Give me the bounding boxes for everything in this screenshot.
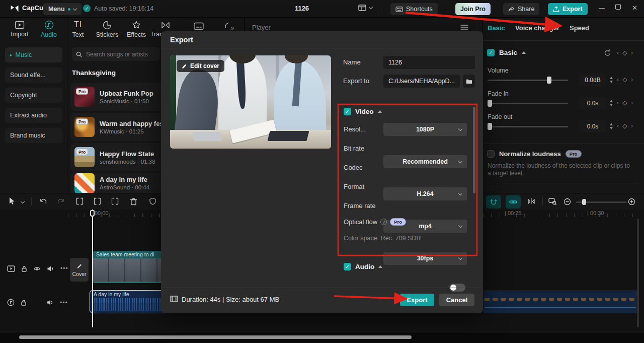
eye-icon[interactable]	[33, 266, 41, 271]
zoom-in-icon[interactable]	[628, 198, 635, 205]
delete-trash-icon[interactable]	[130, 197, 137, 205]
cover-button[interactable]: Cover	[70, 258, 89, 282]
volume-slider-thumb[interactable]	[547, 77, 551, 84]
audio-clip-segment[interactable]	[484, 291, 637, 313]
layout-switcher[interactable]	[358, 5, 372, 11]
sidebar-item-sound-effects[interactable]: Sound effe...	[5, 67, 62, 83]
mute-speaker-icon[interactable]	[47, 265, 54, 272]
zoom-out-icon[interactable]	[564, 198, 571, 205]
sidebar-item-copyright[interactable]: Copyright	[5, 88, 62, 103]
fade-out-slider[interactable]	[488, 126, 568, 127]
tab-basic[interactable]: Basic	[488, 24, 505, 32]
fade-in-stepper[interactable]	[608, 97, 614, 109]
fade-out-value[interactable]: 0.0s	[579, 120, 606, 132]
volume-value[interactable]: 0.0dB	[579, 74, 606, 86]
audio-checkbox[interactable]: ✓	[344, 263, 351, 270]
tab-speed[interactable]: Speed	[570, 24, 589, 32]
maximize-button[interactable]	[615, 4, 621, 10]
export-path-input[interactable]	[383, 75, 460, 88]
share-button[interactable]: Share	[503, 3, 539, 15]
mirror-icon[interactable]	[527, 198, 535, 205]
keyframe-controls[interactable]: ‹ ◇ ›	[617, 122, 634, 129]
link-clips-button[interactable]	[506, 195, 521, 209]
edit-cover-button[interactable]: Edit cover	[177, 60, 224, 72]
volume-slider[interactable]	[488, 80, 568, 81]
fade-in-slider[interactable]	[488, 103, 568, 104]
menu-button[interactable]: Menu	[43, 3, 82, 15]
tab-stickers[interactable]: Stickers	[93, 21, 122, 38]
lock-icon[interactable]	[21, 299, 27, 306]
fade-in-value[interactable]: 0.0s	[579, 97, 606, 109]
timeline-vscrollbar[interactable]	[637, 219, 639, 327]
export-confirm-button[interactable]: Export	[400, 294, 434, 306]
redo-icon[interactable]	[57, 197, 65, 205]
timeline-zoom-slider[interactable]	[576, 201, 626, 203]
fade-out-stepper[interactable]	[608, 120, 614, 132]
music-track-item[interactable]: Pro Upbeat Funk PopSonicMusic · 01:50	[70, 83, 171, 111]
tab-text[interactable]: TI Text	[63, 20, 93, 38]
sidebar-item-brand-music[interactable]: Brand music	[5, 128, 62, 143]
normalize-checkbox[interactable]: ✓	[487, 150, 495, 158]
basic-checkbox[interactable]: ✓	[487, 49, 495, 56]
export-button-top[interactable]: Export	[548, 3, 588, 15]
cover-calculator	[192, 132, 222, 141]
mute-speaker-icon[interactable]	[46, 299, 54, 306]
keyframe-controls[interactable]: ‹ ◇ ›	[617, 99, 634, 106]
filters-tab-icon[interactable]	[223, 22, 230, 30]
reset-icon[interactable]	[604, 49, 611, 56]
keyframe-controls[interactable]: ‹ ◇ ›	[617, 49, 634, 56]
resolution-select[interactable]: 1080P	[383, 123, 467, 136]
playhead-handle[interactable]	[90, 210, 95, 217]
track-more-icon[interactable]: •••	[60, 265, 68, 272]
captions-tab-icon[interactable]	[194, 22, 204, 30]
export-name-input[interactable]	[383, 56, 475, 69]
shield-ai-icon[interactable]	[149, 197, 156, 205]
zoom-slider-thumb[interactable]	[582, 199, 586, 205]
bitrate-select[interactable]: Recommended	[383, 155, 467, 168]
tab-audio[interactable]: Audio	[34, 20, 63, 38]
tab-voice-changer[interactable]: Voice changer	[515, 24, 559, 32]
close-button[interactable]: ✕	[632, 4, 637, 12]
info-icon[interactable]: ?	[380, 219, 387, 225]
magnet-snap-button[interactable]	[486, 195, 501, 209]
framerate-select[interactable]: 30fps	[383, 252, 467, 265]
more-tabs-chevrons[interactable]: »	[230, 24, 234, 32]
playhead-line[interactable]	[92, 210, 93, 327]
preview-frame-icon[interactable]	[548, 197, 557, 205]
collapse-arrow-icon[interactable]	[378, 110, 382, 113]
undo-icon[interactable]	[39, 197, 47, 205]
keyframe-controls[interactable]: ‹ ◇ ›	[617, 76, 634, 83]
tab-effects[interactable]: Effects	[122, 21, 151, 38]
split-left-icon[interactable]	[93, 197, 102, 205]
export-cover-preview[interactable]: Edit cover	[170, 55, 331, 149]
player-menu-icon[interactable]	[460, 24, 468, 30]
timeline-hscrollbar[interactable]	[19, 335, 412, 339]
split-icon[interactable]	[75, 197, 84, 205]
select-cursor-icon[interactable]	[9, 197, 16, 205]
music-track-item[interactable]: Pro Warm and happy festiKWmusic · 01:25	[70, 113, 171, 141]
music-track-item[interactable]: Pro Happy Flow Statesenshomoods · 01:38	[70, 143, 171, 171]
split-right-icon[interactable]	[111, 197, 119, 205]
collapse-arrow-icon[interactable]	[378, 265, 382, 268]
search-input[interactable]	[85, 50, 153, 58]
collapse-arrow-icon[interactable]	[522, 51, 526, 54]
tab-import[interactable]: Import	[5, 21, 34, 38]
fade-out-slider-thumb[interactable]	[488, 123, 492, 130]
browse-folder-button[interactable]	[463, 75, 475, 88]
minimize-button[interactable]: —	[599, 5, 605, 12]
track-more-icon[interactable]: •••	[60, 299, 68, 306]
video-checkbox[interactable]: ✓	[344, 108, 351, 115]
cancel-button[interactable]: Cancel	[439, 294, 474, 306]
sidebar-item-extract-audio[interactable]: Extract audio	[5, 108, 62, 123]
codec-select[interactable]: H.264	[383, 187, 467, 200]
join-pro-button[interactable]: Join Pro	[455, 3, 491, 15]
sidebar-item-music[interactable]: ▸ Music	[5, 47, 62, 62]
dialog-scrollbar[interactable]	[473, 107, 475, 193]
cursor-mode-chevron[interactable]	[21, 199, 25, 203]
music-search-box[interactable]	[72, 47, 160, 61]
lock-icon[interactable]	[21, 265, 27, 272]
fade-in-slider-thumb[interactable]	[488, 100, 492, 107]
volume-stepper[interactable]	[608, 74, 614, 86]
shortcuts-button[interactable]: Shortcuts	[390, 3, 438, 15]
music-track-item[interactable]: A day in my lifeAstroSound · 00:44	[70, 173, 171, 193]
